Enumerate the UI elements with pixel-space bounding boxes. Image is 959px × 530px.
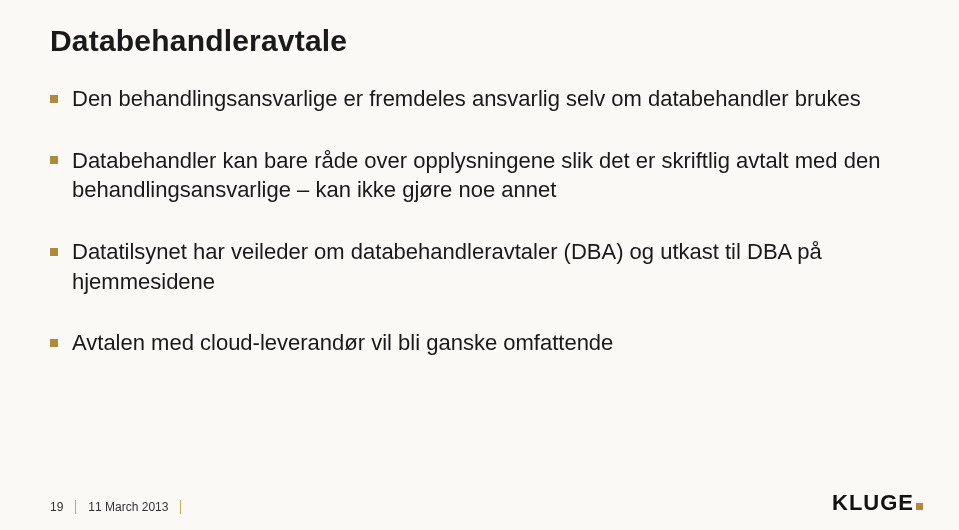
bullet-list: Den behandlingsansvarlige er fremdeles a… [50,84,909,358]
brand-logo: KLUGE [832,490,923,516]
footer-date: 11 March 2013 [88,500,168,514]
bullet-item: Datatilsynet har veileder om databehandl… [50,237,909,296]
brand-dot-icon [916,503,923,510]
page-number: 19 [50,500,63,514]
slide: Databehandleravtale Den behandlingsansva… [0,0,959,530]
footer-separator [180,500,181,514]
bullet-item: Databehandler kan bare råde over opplysn… [50,146,909,205]
slide-footer: 19 11 March 2013 [50,500,193,514]
slide-title: Databehandleravtale [50,24,909,58]
bullet-item: Den behandlingsansvarlige er fremdeles a… [50,84,909,114]
bullet-item: Avtalen med cloud-leverandør vil bli gan… [50,328,909,358]
footer-separator [75,500,76,514]
brand-name: KLUGE [832,490,914,516]
